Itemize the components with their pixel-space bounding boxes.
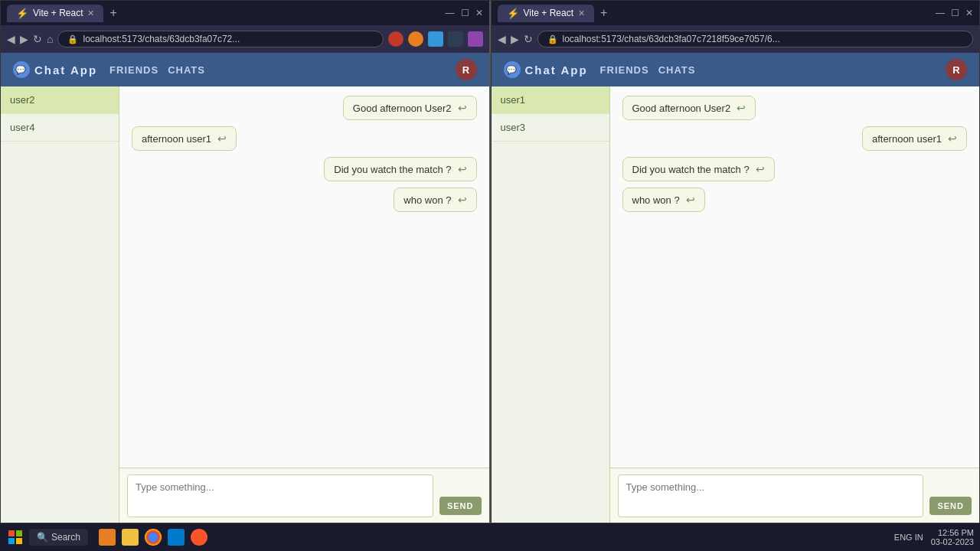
bubble-sent-1: Good afternoon User2 ↩ <box>343 96 477 120</box>
sidebar-left: user2 user4 <box>1 86 119 523</box>
reply-icon-1[interactable]: ↩ <box>458 102 467 114</box>
messages-right: Good afternoon User2 ↩ afternoon user1 ↩… <box>610 86 980 468</box>
reply-icon-r2[interactable]: ↩ <box>948 132 957 145</box>
table-row: Good afternoon User2 ↩ <box>622 96 968 120</box>
app-logo-icon-right: 💬 <box>504 61 521 78</box>
user-avatar-left[interactable]: R <box>456 59 477 80</box>
chat-layout-right: user1 user3 Good afternoon User2 ↩ <box>492 86 980 523</box>
ext-icon-2[interactable] <box>408 31 423 47</box>
minimize-icon-right[interactable]: — <box>936 8 945 18</box>
taskbar-vscode[interactable] <box>168 529 185 546</box>
ext-icon-4[interactable] <box>448 31 463 47</box>
chat-area-right: Good afternoon User2 ↩ afternoon user1 ↩… <box>610 86 980 523</box>
ext-icon-5[interactable] <box>468 31 483 47</box>
input-area-right: SEND <box>610 468 980 523</box>
refresh-btn-right[interactable]: ↻ <box>524 33 533 45</box>
tab-label-left: Vite + React <box>33 8 83 18</box>
table-row: afternoon user1 ↩ <box>132 126 477 151</box>
send-btn-left[interactable]: SEND <box>439 497 482 515</box>
toolbar-right: ◀ ▶ ↻ 🔒 localhost:5173/chats/63dcb3fa07c… <box>492 25 980 53</box>
taskbar-files[interactable] <box>99 529 116 546</box>
sidebar-item-user4[interactable]: user4 <box>1 114 119 142</box>
bubble-recv-r1: Good afternoon User2 ↩ <box>622 96 756 120</box>
reply-icon-r3[interactable]: ↩ <box>756 163 765 175</box>
taskbar-apps <box>99 529 207 546</box>
taskbar-search[interactable]: 🔍 Search <box>29 529 88 546</box>
taskbar-chrome[interactable] <box>145 529 162 546</box>
taskbar-left: 🔍 Search <box>6 528 207 546</box>
tab-close-right[interactable]: ✕ <box>578 8 585 18</box>
new-tab-btn-right[interactable]: + <box>600 6 607 20</box>
app-logo-left: 💬 Chat App <box>13 61 97 78</box>
back-btn-left[interactable]: ◀ <box>7 33 15 45</box>
sidebar-item-user3[interactable]: user3 <box>492 114 609 142</box>
send-btn-right[interactable]: SEND <box>929 497 972 515</box>
home-btn-left[interactable]: ⌂ <box>47 33 53 45</box>
minimize-icon[interactable]: — <box>446 8 455 18</box>
reply-icon-r4[interactable]: ↩ <box>686 194 695 206</box>
window-controls-left: — ☐ ✕ <box>446 8 483 18</box>
window-controls-right: — ☐ ✕ <box>936 8 973 18</box>
svg-rect-2 <box>8 538 15 544</box>
search-icon: 🔍 <box>37 532 48 543</box>
bubble-sent-2: Did you watch the match ? ↩ <box>324 157 476 181</box>
chats-link-right[interactable]: CHATS <box>658 64 696 76</box>
bubble-recv-1: afternoon user1 ↩ <box>132 126 237 151</box>
app-title-left: Chat App <box>34 64 97 77</box>
toolbar-icons-left <box>388 31 483 47</box>
table-row: who won ? ↩ <box>622 187 968 212</box>
back-btn-right[interactable]: ◀ <box>498 33 506 45</box>
restore-icon[interactable]: ☐ <box>461 8 469 18</box>
start-btn[interactable] <box>6 528 24 546</box>
ext-icon-3[interactable] <box>428 31 443 47</box>
toolbar-left: ◀ ▶ ↻ ⌂ 🔒 localhost:5173/chats/63dcb3fa0… <box>1 25 489 53</box>
nav-links-left: FRIENDS CHATS <box>109 64 205 76</box>
taskbar: 🔍 Search ENG IN 12:56 PM 03-02-2023 <box>0 523 980 551</box>
tab-close-left[interactable]: ✕ <box>87 8 94 18</box>
titlebar-left: ⚡ Vite + React ✕ + — ☐ ✕ <box>1 1 489 25</box>
forward-btn-left[interactable]: ▶ <box>20 33 28 45</box>
sidebar-right: user1 user3 <box>492 86 610 523</box>
table-row: who won ? ↩ <box>132 187 477 212</box>
forward-btn-right[interactable]: ▶ <box>511 33 519 45</box>
svg-rect-3 <box>16 538 22 544</box>
close-icon[interactable]: ✕ <box>475 8 483 18</box>
table-row: afternoon user1 ↩ <box>622 126 968 151</box>
bubble-sent-3: who won ? ↩ <box>394 187 476 212</box>
tab-left[interactable]: ⚡ Vite + React ✕ <box>7 5 103 22</box>
bubble-recv-r3: who won ? ↩ <box>622 187 705 212</box>
taskbar-lang: ENG IN <box>894 533 923 542</box>
reply-icon-r1[interactable]: ↩ <box>737 102 746 114</box>
titlebar-right: ⚡ Vite + React ✕ + — ☐ ✕ <box>492 1 980 25</box>
nav-links-right: FRIENDS CHATS <box>600 64 696 76</box>
user-avatar-right[interactable]: R <box>946 59 967 80</box>
refresh-btn-left[interactable]: ↻ <box>33 33 42 45</box>
message-input-right[interactable] <box>618 474 924 517</box>
friends-link-right[interactable]: FRIENDS <box>600 64 649 76</box>
url-left: localhost:5173/chats/63dcb3fa07c72... <box>83 34 373 44</box>
close-icon-right[interactable]: ✕ <box>965 8 973 18</box>
reply-icon-2[interactable]: ↩ <box>217 132 227 145</box>
search-label: Search <box>51 532 80 543</box>
ext-icon-1[interactable] <box>388 31 403 47</box>
new-tab-btn-left[interactable]: + <box>109 6 116 20</box>
address-bar-right[interactable]: 🔒 localhost:5173/chats/63dcb3fa07c7218f5… <box>537 31 974 47</box>
browser-right: ⚡ Vite + React ✕ + — ☐ ✕ ◀ ▶ ↻ 🔒 localho… <box>491 0 981 523</box>
taskbar-explorer[interactable] <box>122 529 139 546</box>
taskbar-right: ENG IN 12:56 PM 03-02-2023 <box>894 528 974 546</box>
chats-link-left[interactable]: CHATS <box>168 64 205 76</box>
sidebar-item-user2[interactable]: user2 <box>1 86 119 114</box>
friends-link-left[interactable]: FRIENDS <box>109 64 158 76</box>
sidebar-item-user1[interactable]: user1 <box>492 86 609 114</box>
reply-icon-3[interactable]: ↩ <box>458 163 467 175</box>
reply-icon-4[interactable]: ↩ <box>458 194 467 206</box>
address-bar-left[interactable]: 🔒 localhost:5173/chats/63dcb3fa07c72... <box>57 31 383 47</box>
chat-area-left: Good afternoon User2 ↩ afternoon user1 ↩… <box>119 86 489 523</box>
app-header-left: 💬 Chat App FRIENDS CHATS R <box>1 53 489 86</box>
restore-icon-right[interactable]: ☐ <box>951 8 959 18</box>
tab-right[interactable]: ⚡ Vite + React ✕ <box>498 5 594 22</box>
taskbar-time: 12:56 PM 03-02-2023 <box>931 528 974 546</box>
app-header-right: 💬 Chat App FRIENDS CHATS R <box>492 53 980 86</box>
message-input-left[interactable] <box>127 474 433 517</box>
taskbar-brave[interactable] <box>191 529 207 546</box>
